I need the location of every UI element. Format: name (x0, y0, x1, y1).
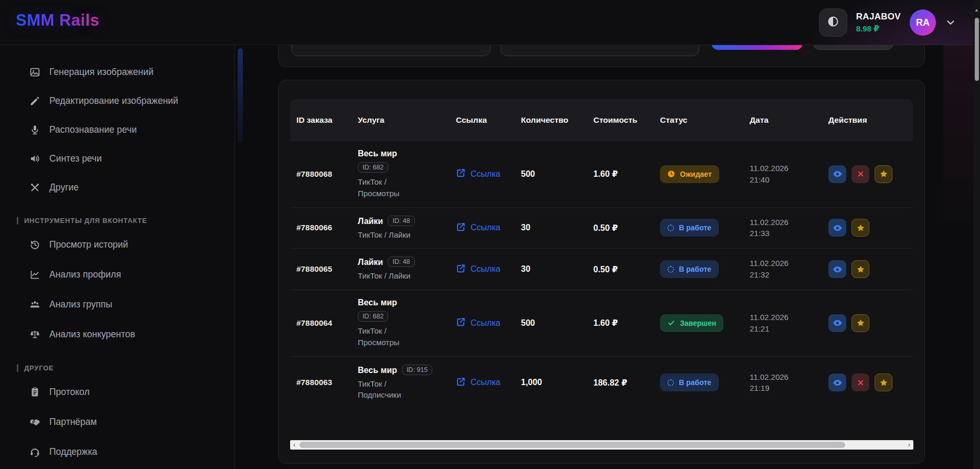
service-name: Весь мир (358, 149, 397, 158)
sidebar-item-label: Анализ группы (49, 299, 112, 310)
quantity-cell: 30 (515, 223, 587, 232)
view-order-button[interactable] (828, 260, 846, 278)
app-page: SMM Rails RAJABOV 8.98 ₽ RA Генерация из… (0, 0, 980, 469)
service-id-badge: ID: 682 (358, 311, 388, 322)
favorite-order-button[interactable] (851, 314, 869, 332)
sidebar-item-scales[interactable]: Анализ конкурентов (0, 319, 235, 349)
sidebar-item-history[interactable]: Просмотр историй (0, 230, 235, 260)
scroll-right-arrow[interactable]: › (905, 440, 913, 450)
favorite-order-button[interactable] (875, 374, 892, 391)
order-link[interactable]: Ссылка (456, 168, 500, 180)
theme-toggle-button[interactable] (819, 8, 847, 37)
section-bar (17, 217, 18, 225)
column-header: Дата (743, 109, 822, 132)
actions-cell (822, 165, 913, 183)
apply-filters-button[interactable] (711, 45, 803, 50)
section-label: ДРУГОЕ (24, 364, 54, 372)
scroll-left-arrow[interactable]: ‹ (290, 440, 299, 450)
sidebar-item-label: Поддержка (49, 446, 97, 457)
cancel-order-button[interactable] (851, 165, 869, 183)
link-cell: Ссылка (450, 317, 515, 329)
status-label: Ожидает (680, 170, 712, 178)
service-cell: Весь мирID: 915ТикТок / Подписчики (351, 365, 450, 401)
scroll-up-arrow[interactable]: ▲ (973, 7, 980, 13)
order-link[interactable]: Ссылка (456, 317, 500, 329)
link-cell: Ссылка (450, 168, 515, 180)
quantity-cell: 500 (515, 169, 587, 179)
sidebar-item-image[interactable]: Генерация изображений (0, 58, 235, 87)
column-header: Количество (515, 109, 587, 132)
order-link[interactable]: Ссылка (456, 377, 500, 389)
scales-icon (29, 329, 40, 340)
reset-filters-button[interactable] (813, 45, 894, 50)
filter-input-1[interactable] (291, 45, 491, 56)
view-order-button[interactable] (828, 374, 846, 391)
cost: 1.60 ₽ (593, 169, 618, 178)
app-logo: SMM Rails (16, 11, 100, 30)
column-header: Стоимость (587, 109, 654, 132)
page-scrollbar-thumb[interactable] (975, 18, 979, 81)
link-cell: Ссылка (450, 377, 515, 389)
status-badge-working: В работе (660, 260, 719, 278)
view-order-button[interactable] (828, 165, 846, 183)
sidebar-scrollbar[interactable] (238, 48, 243, 143)
service-name: Весь мир (358, 366, 397, 375)
chevron-down-icon[interactable] (945, 17, 956, 28)
service-category: ТикТок / Лайки (358, 229, 422, 241)
favorite-order-button[interactable] (851, 219, 869, 237)
link-label: Ссылка (471, 318, 500, 328)
sidebar-item-handshake[interactable]: Партнёрам (0, 407, 235, 437)
link-label: Ссылка (471, 378, 500, 387)
view-order-button[interactable] (828, 314, 846, 332)
horizontal-scrollbar[interactable]: ‹ › (290, 440, 913, 450)
history-icon (29, 239, 40, 250)
link-label: Ссылка (471, 264, 500, 274)
order-time: 21:40 (750, 174, 822, 186)
page-scrollbar[interactable]: ▲ (973, 0, 980, 469)
eye-icon (833, 318, 843, 328)
order-id-cell: #7880066 (290, 223, 351, 232)
order-link[interactable]: Ссылка (456, 263, 500, 275)
sidebar-item-label: Просмотр историй (49, 239, 128, 250)
favorite-order-button[interactable] (851, 260, 869, 278)
sidebar-item-users[interactable]: Анализ группы (0, 290, 235, 319)
order-date: 11.02.2026 (750, 258, 822, 269)
spinner-icon (667, 225, 674, 231)
view-order-button[interactable] (828, 219, 846, 237)
horizontal-scrollbar-thumb[interactable] (300, 442, 845, 448)
service-id-badge: ID: 48 (388, 257, 414, 267)
sidebar-item-chart[interactable]: Анализ профиля (0, 260, 235, 290)
star-icon (856, 223, 865, 232)
quantity: 30 (521, 223, 530, 232)
sidebar-item-label: Синтез речи (49, 153, 102, 164)
date-cell: 11.02.202621:32 (743, 258, 822, 281)
sidebar-item-microphone[interactable]: Распознавание речи (0, 115, 235, 144)
cost: 1.60 ₽ (593, 318, 618, 327)
service-id-badge: ID: 915 (402, 365, 432, 375)
actions-cell (822, 260, 913, 278)
sidebar-item-speaker[interactable]: Синтез речи (0, 144, 235, 173)
actions-cell (822, 314, 913, 332)
date-cell: 11.02.202621:21 (743, 312, 822, 335)
sidebar-item-label: Протокол (49, 387, 90, 398)
avatar[interactable]: RA (910, 9, 936, 36)
sidebar-item-tools[interactable]: Другие (0, 173, 235, 202)
sidebar-item-label: Другие (49, 182, 79, 193)
favorite-order-button[interactable] (875, 165, 892, 183)
cancel-order-button[interactable] (851, 374, 869, 391)
cost-cell: 186.82 ₽ (587, 378, 654, 388)
user-name: RAJABOV (856, 12, 901, 22)
order-id: #7880068 (296, 169, 332, 178)
sidebar-item-label: Анализ профиля (49, 269, 121, 280)
sidebar-item-clipboard[interactable]: Протокол (0, 377, 235, 407)
order-link[interactable]: Ссылка (456, 222, 500, 234)
sidebar-item-pencil[interactable]: Редактирование изображений (0, 87, 235, 115)
spinner-icon (667, 266, 674, 273)
date-cell: 11.02.202621:33 (743, 217, 822, 240)
sidebar-item-label: Распознавание речи (49, 124, 137, 135)
order-id: #7880063 (296, 378, 332, 387)
status-badge-completed: Завершен (660, 314, 723, 332)
external-link-icon (456, 222, 466, 234)
filter-input-2[interactable] (500, 45, 699, 56)
sidebar-item-headset[interactable]: Поддержка (0, 437, 235, 467)
